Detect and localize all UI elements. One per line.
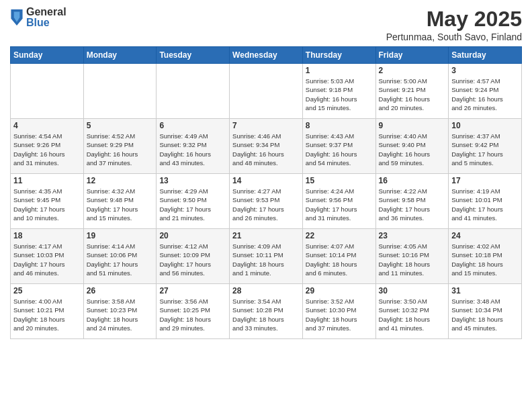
day-info: Sunrise: 4:43 AM Sunset: 9:37 PM Dayligh… bbox=[306, 132, 373, 167]
header: General Blue May 2025 Pertunmaa, South S… bbox=[10, 7, 522, 42]
day-info: Sunrise: 4:37 AM Sunset: 9:42 PM Dayligh… bbox=[451, 132, 519, 167]
weekday-header-friday: Friday bbox=[375, 47, 449, 64]
day-number: 16 bbox=[379, 176, 446, 185]
calendar-header: SundayMondayTuesdayWednesdayThursdayFrid… bbox=[11, 47, 522, 64]
weekday-header-saturday: Saturday bbox=[449, 47, 522, 64]
weekday-header-monday: Monday bbox=[83, 47, 157, 64]
calendar-cell: 27Sunrise: 3:56 AM Sunset: 10:25 PM Dayl… bbox=[157, 284, 230, 339]
calendar-cell: 17Sunrise: 4:19 AM Sunset: 10:01 PM Dayl… bbox=[449, 174, 522, 229]
day-info: Sunrise: 4:09 AM Sunset: 10:11 PM Daylig… bbox=[232, 242, 300, 277]
calendar-cell bbox=[230, 64, 303, 119]
day-number: 5 bbox=[87, 121, 154, 130]
day-info: Sunrise: 4:07 AM Sunset: 10:14 PM Daylig… bbox=[306, 242, 373, 277]
calendar-cell: 21Sunrise: 4:09 AM Sunset: 10:11 PM Dayl… bbox=[230, 229, 303, 284]
day-info: Sunrise: 4:49 AM Sunset: 9:32 PM Dayligh… bbox=[159, 132, 226, 167]
day-number: 21 bbox=[232, 231, 300, 240]
day-number: 4 bbox=[13, 121, 81, 130]
calendar-cell: 16Sunrise: 4:22 AM Sunset: 9:58 PM Dayli… bbox=[375, 174, 449, 229]
calendar-cell: 1Sunrise: 5:03 AM Sunset: 9:18 PM Daylig… bbox=[302, 64, 375, 119]
day-number: 17 bbox=[451, 176, 519, 185]
day-info: Sunrise: 4:52 AM Sunset: 9:29 PM Dayligh… bbox=[87, 132, 154, 167]
day-info: Sunrise: 3:48 AM Sunset: 10:34 PM Daylig… bbox=[451, 297, 519, 332]
calendar-cell: 22Sunrise: 4:07 AM Sunset: 10:14 PM Dayl… bbox=[302, 229, 375, 284]
day-info: Sunrise: 4:02 AM Sunset: 10:18 PM Daylig… bbox=[451, 242, 519, 277]
calendar-week-5: 25Sunrise: 4:00 AM Sunset: 10:21 PM Dayl… bbox=[11, 284, 522, 339]
weekday-header-wednesday: Wednesday bbox=[230, 47, 303, 64]
day-info: Sunrise: 3:56 AM Sunset: 10:25 PM Daylig… bbox=[159, 297, 226, 332]
day-info: Sunrise: 3:54 AM Sunset: 10:28 PM Daylig… bbox=[232, 297, 300, 332]
calendar-cell: 30Sunrise: 3:50 AM Sunset: 10:32 PM Dayl… bbox=[375, 284, 449, 339]
day-number: 12 bbox=[87, 176, 154, 185]
calendar-cell: 28Sunrise: 3:54 AM Sunset: 10:28 PM Dayl… bbox=[230, 284, 303, 339]
day-number: 31 bbox=[451, 286, 519, 295]
day-number: 3 bbox=[451, 66, 519, 75]
calendar-cell bbox=[157, 64, 230, 119]
calendar-cell: 19Sunrise: 4:14 AM Sunset: 10:06 PM Dayl… bbox=[83, 229, 157, 284]
calendar-cell: 23Sunrise: 4:05 AM Sunset: 10:16 PM Dayl… bbox=[375, 229, 449, 284]
location-subtitle: Pertunmaa, South Savo, Finland bbox=[386, 32, 522, 42]
calendar-body: 1Sunrise: 5:03 AM Sunset: 9:18 PM Daylig… bbox=[11, 64, 522, 339]
day-number: 13 bbox=[159, 176, 226, 185]
calendar-cell: 31Sunrise: 3:48 AM Sunset: 10:34 PM Dayl… bbox=[449, 284, 522, 339]
calendar-cell: 11Sunrise: 4:35 AM Sunset: 9:45 PM Dayli… bbox=[11, 174, 84, 229]
calendar-table: SundayMondayTuesdayWednesdayThursdayFrid… bbox=[10, 46, 522, 339]
day-number: 28 bbox=[232, 286, 300, 295]
day-info: Sunrise: 5:00 AM Sunset: 9:21 PM Dayligh… bbox=[379, 77, 446, 112]
day-number: 20 bbox=[159, 231, 226, 240]
calendar-cell: 2Sunrise: 5:00 AM Sunset: 9:21 PM Daylig… bbox=[375, 64, 449, 119]
day-info: Sunrise: 3:50 AM Sunset: 10:32 PM Daylig… bbox=[379, 297, 446, 332]
calendar-week-3: 11Sunrise: 4:35 AM Sunset: 9:45 PM Dayli… bbox=[11, 174, 522, 229]
calendar-cell: 8Sunrise: 4:43 AM Sunset: 9:37 PM Daylig… bbox=[302, 119, 375, 174]
calendar-cell: 7Sunrise: 4:46 AM Sunset: 9:34 PM Daylig… bbox=[230, 119, 303, 174]
weekday-header-sunday: Sunday bbox=[11, 47, 84, 64]
day-info: Sunrise: 4:27 AM Sunset: 9:53 PM Dayligh… bbox=[232, 187, 300, 222]
day-info: Sunrise: 4:22 AM Sunset: 9:58 PM Dayligh… bbox=[379, 187, 446, 222]
calendar-cell: 14Sunrise: 4:27 AM Sunset: 9:53 PM Dayli… bbox=[230, 174, 303, 229]
day-number: 18 bbox=[13, 231, 81, 240]
day-number: 15 bbox=[306, 176, 373, 185]
day-number: 27 bbox=[159, 286, 226, 295]
calendar-cell: 18Sunrise: 4:17 AM Sunset: 10:03 PM Dayl… bbox=[11, 229, 84, 284]
day-number: 19 bbox=[87, 231, 154, 240]
day-number: 24 bbox=[451, 231, 519, 240]
calendar-week-1: 1Sunrise: 5:03 AM Sunset: 9:18 PM Daylig… bbox=[11, 64, 522, 119]
calendar-week-2: 4Sunrise: 4:54 AM Sunset: 9:26 PM Daylig… bbox=[11, 119, 522, 174]
day-number: 8 bbox=[306, 121, 373, 130]
calendar-cell bbox=[11, 64, 84, 119]
day-info: Sunrise: 4:00 AM Sunset: 10:21 PM Daylig… bbox=[13, 297, 81, 332]
day-number: 6 bbox=[159, 121, 226, 130]
logo: General Blue bbox=[10, 7, 66, 28]
day-number: 30 bbox=[379, 286, 446, 295]
calendar-cell: 4Sunrise: 4:54 AM Sunset: 9:26 PM Daylig… bbox=[11, 119, 84, 174]
weekday-header-tuesday: Tuesday bbox=[157, 47, 230, 64]
calendar-cell: 20Sunrise: 4:12 AM Sunset: 10:09 PM Dayl… bbox=[157, 229, 230, 284]
logo-general-label: General bbox=[26, 7, 66, 17]
day-info: Sunrise: 3:52 AM Sunset: 10:30 PM Daylig… bbox=[306, 297, 373, 332]
day-number: 29 bbox=[306, 286, 373, 295]
calendar-cell: 9Sunrise: 4:40 AM Sunset: 9:40 PM Daylig… bbox=[375, 119, 449, 174]
day-number: 22 bbox=[306, 231, 373, 240]
day-info: Sunrise: 4:17 AM Sunset: 10:03 PM Daylig… bbox=[13, 242, 81, 277]
day-info: Sunrise: 4:12 AM Sunset: 10:09 PM Daylig… bbox=[159, 242, 226, 277]
calendar-cell: 12Sunrise: 4:32 AM Sunset: 9:48 PM Dayli… bbox=[83, 174, 157, 229]
calendar-cell: 13Sunrise: 4:29 AM Sunset: 9:50 PM Dayli… bbox=[157, 174, 230, 229]
calendar-cell: 10Sunrise: 4:37 AM Sunset: 9:42 PM Dayli… bbox=[449, 119, 522, 174]
calendar-cell: 6Sunrise: 4:49 AM Sunset: 9:32 PM Daylig… bbox=[157, 119, 230, 174]
logo-icon bbox=[10, 9, 24, 26]
day-info: Sunrise: 4:35 AM Sunset: 9:45 PM Dayligh… bbox=[13, 187, 81, 222]
calendar-cell: 26Sunrise: 3:58 AM Sunset: 10:23 PM Dayl… bbox=[83, 284, 157, 339]
day-info: Sunrise: 4:54 AM Sunset: 9:26 PM Dayligh… bbox=[13, 132, 81, 167]
calendar-cell: 15Sunrise: 4:24 AM Sunset: 9:56 PM Dayli… bbox=[302, 174, 375, 229]
day-info: Sunrise: 4:05 AM Sunset: 10:16 PM Daylig… bbox=[379, 242, 446, 277]
day-number: 7 bbox=[232, 121, 300, 130]
day-number: 26 bbox=[87, 286, 154, 295]
day-info: Sunrise: 4:46 AM Sunset: 9:34 PM Dayligh… bbox=[232, 132, 300, 167]
day-number: 2 bbox=[379, 66, 446, 75]
day-info: Sunrise: 4:14 AM Sunset: 10:06 PM Daylig… bbox=[87, 242, 154, 277]
calendar-cell: 5Sunrise: 4:52 AM Sunset: 9:29 PM Daylig… bbox=[83, 119, 157, 174]
day-info: Sunrise: 5:03 AM Sunset: 9:18 PM Dayligh… bbox=[306, 77, 373, 112]
logo-text: General Blue bbox=[26, 7, 66, 28]
day-info: Sunrise: 4:40 AM Sunset: 9:40 PM Dayligh… bbox=[379, 132, 446, 167]
day-info: Sunrise: 4:57 AM Sunset: 9:24 PM Dayligh… bbox=[451, 77, 519, 112]
calendar-cell: 25Sunrise: 4:00 AM Sunset: 10:21 PM Dayl… bbox=[11, 284, 84, 339]
